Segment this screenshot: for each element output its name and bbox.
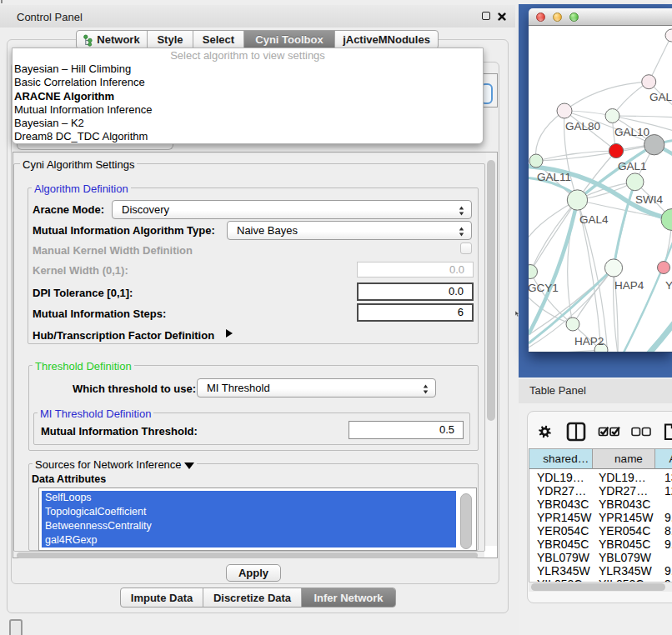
mi-threshold-field[interactable]: 0.5: [349, 421, 464, 439]
table-row[interactable]: YER054CYER054C8.: [529, 524, 672, 538]
attribute-item[interactable]: gal4RGexp: [42, 533, 456, 548]
algorithm-option-5[interactable]: Bayesian – K2: [13, 117, 483, 130]
table-row[interactable]: YBL079WYBL079W: [529, 551, 672, 564]
table-row[interactable]: YPR145WYPR145W9.: [529, 511, 672, 524]
tab-impute-data[interactable]: Impute Data: [121, 588, 203, 607]
network-node[interactable]: [661, 209, 672, 231]
mi-algorithm-type-combobox[interactable]: Naive Bayes: [227, 221, 472, 240]
network-edge[interactable]: [529, 350, 601, 352]
cyni-algorithm-settings-title: Cyni Algorithm Settings: [20, 159, 137, 170]
close-window-icon[interactable]: [498, 12, 506, 21]
close-traffic-light[interactable]: [536, 12, 545, 22]
network-node[interactable]: [529, 265, 538, 279]
tab-label: Select: [203, 33, 234, 46]
zoom-traffic-light[interactable]: [569, 12, 579, 22]
network-edge[interactable]: [564, 82, 649, 111]
tab-jactivemnodules[interactable]: jActiveMNodules: [335, 31, 438, 48]
table-row[interactable]: YLR345WYLR345W9.: [529, 564, 672, 578]
bottom-left-button[interactable]: [9, 619, 23, 635]
table-cell: YBR043C: [537, 498, 589, 511]
combo-arrows-icon: [422, 382, 429, 396]
select-all-icon[interactable]: [599, 428, 619, 436]
network-node[interactable]: [642, 75, 656, 89]
tab-cyni-toolbox[interactable]: Cyni Toolbox: [244, 31, 335, 48]
aracne-mode-combobox[interactable]: Discovery: [112, 200, 472, 219]
document-icon[interactable]: [665, 425, 672, 440]
minimize-traffic-light[interactable]: [553, 12, 562, 22]
network-window-titlebar[interactable]: [529, 8, 672, 26]
float-window-icon[interactable]: [482, 12, 490, 20]
node-label: HAP2: [574, 335, 604, 348]
network-edge-highlighted[interactable]: [645, 319, 672, 352]
tab-style[interactable]: Style: [148, 31, 193, 48]
column-header-third[interactable]: A: [655, 449, 672, 469]
attribute-item[interactable]: TopologicalCoefficient: [42, 505, 456, 519]
algorithm-dropdown-popup: Select algorithm to view settingsBayesia…: [12, 48, 484, 144]
apply-button[interactable]: Apply: [226, 564, 281, 582]
split-pane-icon[interactable]: [568, 423, 584, 440]
table-rows: YDL19…YDL19…13YDR27…YDR27…12YBR043CYBR04…: [529, 470, 672, 582]
which-threshold-label: Which threshold to use:: [73, 383, 196, 394]
scrollbar-corner: [484, 546, 497, 558]
network-node[interactable]: [529, 154, 543, 168]
aracne-mode-label: Aracne Mode:: [33, 204, 104, 215]
tab-infer-network[interactable]: Infer Network: [302, 588, 395, 607]
manual-kernel-width-checkbox[interactable]: [460, 242, 472, 254]
table-row[interactable]: YBR043CYBR043C: [529, 498, 672, 511]
dpi-tolerance-field[interactable]: 0.0: [357, 282, 474, 301]
attributes-scrollbar-thumb[interactable]: [460, 493, 472, 549]
kernel-width-field[interactable]: 0.0: [357, 262, 474, 278]
tab-network[interactable]: Network: [77, 31, 148, 48]
algorithm-option-4[interactable]: Mutual Information Inference: [13, 103, 483, 117]
network-edge[interactable]: [649, 36, 671, 82]
node-label: GAL11: [537, 171, 571, 183]
network-node[interactable]: [567, 190, 587, 210]
table-cell: YDL19…: [537, 471, 584, 484]
hub-expand-icon[interactable]: [226, 329, 233, 338]
node-table[interactable]: shared… name A YDL19…YDL19…13YDR27…YDR27…: [529, 448, 672, 592]
table-cell: YDR27…: [537, 484, 586, 498]
tab-discretize-data[interactable]: Discretize Data: [203, 588, 302, 607]
table-row[interactable]: YBR045CYBR045C9.: [529, 538, 672, 551]
unselect-all-icon[interactable]: [632, 428, 650, 436]
network-node[interactable]: [609, 143, 623, 158]
vertical-scrollbar-thumb[interactable]: [487, 160, 495, 421]
table-cell: YLR345W: [537, 564, 590, 578]
tab-select[interactable]: Select: [193, 31, 244, 48]
table-row[interactable]: YDR27…YDR27…12: [529, 484, 672, 498]
control-panel-title: Control Panel: [17, 11, 83, 23]
manual-kernel-width-label: Manual Kernel Width Definition: [33, 245, 193, 256]
control-panel: Control Panel NetworkStyleSelectCyni Too…: [0, 0, 519, 635]
table-hscrollbar-thumb[interactable]: [531, 583, 665, 591]
attribute-item[interactable]: BetweennessCentrality: [42, 519, 456, 533]
network-edge[interactable]: [535, 111, 564, 161]
network-canvas[interactable]: GALGAL80GAL10GAL1GAL11SWI4GAL4GCY1HAP4YH…: [529, 26, 672, 352]
sources-collapse-icon[interactable]: [184, 462, 194, 469]
network-node[interactable]: [658, 262, 670, 274]
algorithm-option-3[interactable]: ARACNE Algorithm: [13, 90, 483, 103]
network-node[interactable]: [665, 29, 672, 42]
algorithm-option-6[interactable]: Dream8 DC_TDC Algorithm: [13, 130, 483, 143]
attribute-item[interactable]: SelfLoops: [42, 491, 456, 505]
which-threshold-combobox[interactable]: MI Threshold: [197, 378, 436, 398]
horizontal-scrollbar-thumb[interactable]: [17, 552, 478, 559]
network-node[interactable]: [605, 109, 619, 123]
gear-icon[interactable]: [539, 426, 551, 438]
table-row[interactable]: YDL19…YDL19…13: [529, 471, 672, 484]
algorithm-option-2[interactable]: Basic Correlation Inference: [13, 76, 483, 89]
network-node[interactable]: [566, 318, 579, 331]
network-node[interactable]: [557, 103, 572, 118]
node-label: SWI4: [635, 193, 663, 206]
mi-steps-field[interactable]: 6: [357, 303, 474, 322]
table-cell: YLR345W: [599, 564, 652, 578]
algorithm-option-1[interactable]: Bayesian – Hill Climbing: [13, 62, 483, 76]
node-label: HAP4: [614, 279, 644, 292]
node-label: GAL4: [579, 213, 609, 226]
table-cell: YDL19…: [599, 471, 646, 484]
network-node[interactable]: [626, 173, 644, 191]
network-node[interactable]: [604, 259, 622, 277]
column-header-name[interactable]: name: [593, 449, 655, 469]
data-attributes-list[interactable]: SelfLoopsTopologicalCoefficientBetweenne…: [38, 488, 477, 551]
network-edge[interactable]: [536, 151, 616, 161]
column-header-shared-name[interactable]: shared…: [529, 449, 593, 469]
